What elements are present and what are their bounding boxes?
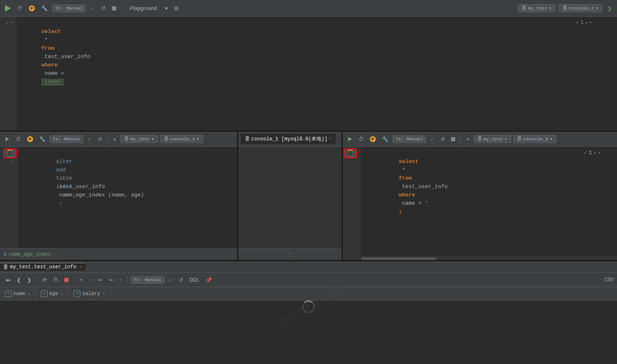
left-clock-button[interactable]: ⏱ <box>14 135 23 143</box>
result-sep-2 <box>74 276 74 284</box>
grid-button[interactable]: ⊞ <box>172 4 181 13</box>
right-clock-button[interactable]: ⏱ <box>357 135 366 143</box>
right-check-button[interactable]: ✓ <box>428 135 436 143</box>
table-tab-close[interactable]: × <box>80 265 82 270</box>
right-console[interactable]: 🗄 console_3 ▾ <box>513 135 556 143</box>
redo-icon: ↪ <box>109 277 113 283</box>
col-name-sort[interactable]: ⇅ <box>28 291 31 296</box>
clock-button[interactable]: ⏱ <box>15 4 24 13</box>
left-check-button[interactable]: ✓ <box>85 135 94 143</box>
right-tx-badge[interactable]: Tx: Manual <box>393 135 426 143</box>
left-spinner-box-1 <box>4 149 16 158</box>
table-tab[interactable]: 🗄 my_test.test_user_info × <box>0 263 86 271</box>
top-action-button[interactable]: ❯ <box>605 4 614 13</box>
pin-button[interactable]: 📌 <box>204 276 214 284</box>
left-p-button[interactable]: P <box>25 135 35 143</box>
chevron-down-icon[interactable]: ▾ <box>163 4 170 13</box>
playground-button[interactable]: Playground <box>126 4 161 13</box>
left-tx-badge[interactable]: Tx: Manual <box>50 135 83 143</box>
reload-button[interactable]: ↺ <box>99 4 107 13</box>
add-kw: add <box>56 167 66 173</box>
right-code-line-1: select * from test_user_info where name … <box>366 149 612 158</box>
right-my-test[interactable]: 🗄 my_test ▾ <box>474 135 511 143</box>
bottom-tx-badge[interactable]: Tx: Manual <box>131 276 164 284</box>
right-wrench-button[interactable]: 🔧 <box>380 135 390 143</box>
right-run-button[interactable] <box>345 135 354 144</box>
bottom-reload-button[interactable]: ↺ <box>177 276 185 284</box>
left-run-button[interactable] <box>3 135 12 144</box>
left-panel-toolbar: ⏱ P 🔧 Tx: Manual ✓ ↺ » 🗄 my_test ▾ <box>0 132 237 147</box>
stop-result-button[interactable] <box>62 277 71 283</box>
console2-connection[interactable]: 🗄 console_2 ▾ <box>559 4 602 12</box>
console1-tab[interactable]: 🗄 console_1 [mysql8.0(本地)] × <box>241 134 336 144</box>
bottom-panel: 🗄 my_test.test_user_info × ⏮ ❮ ❯ ⟳ ⏱ + <box>0 261 617 313</box>
console1-tab-close[interactable]: × <box>329 137 331 141</box>
ddl-button[interactable]: DDL <box>187 276 201 284</box>
left-console-chevron: ▾ <box>196 136 199 142</box>
star-op: * <box>41 37 51 43</box>
col-salary[interactable]: ≡ salary ⇅ <box>69 287 110 300</box>
my-test-connection[interactable]: 🗄 my_test ▾ <box>518 4 556 12</box>
refresh-icon: ⟳ <box>43 277 47 283</box>
clock-result-button[interactable]: ⏱ <box>51 276 60 284</box>
right-scrollbar[interactable] <box>361 257 617 260</box>
minus-icon: − <box>89 277 92 283</box>
submit-button[interactable]: ↑ <box>117 276 124 284</box>
main-editor: ✓ 1 select * from test_user_info where n… <box>0 17 617 132</box>
left-code-line-1: alter table test_user_info 12 s ✓ <box>23 149 232 158</box>
p-button[interactable]: P <box>27 4 37 13</box>
left-line-nums: 2 <box>0 147 18 248</box>
col-age[interactable]: ≡ age ⇅ <box>36 287 69 300</box>
check-button[interactable]: ✓ <box>88 4 97 13</box>
spinner-icon-right <box>347 150 354 157</box>
left-my-test[interactable]: 🗄 my_test ▾ <box>120 135 158 143</box>
stop-icon <box>112 6 116 10</box>
right-scrollbar-thumb[interactable] <box>361 257 436 260</box>
top-right-area: 🗄 my_test ▾ 🗄 console_2 ▾ ❯ <box>518 4 614 13</box>
left-panel: ⏱ P 🔧 Tx: Manual ✓ ↺ » 🗄 my_test ▾ <box>0 132 238 260</box>
right-stop-button[interactable] <box>449 136 457 143</box>
code-line-1: select * from test_user_info where name … <box>22 19 612 28</box>
left-wrench-button[interactable]: 🔧 <box>37 135 48 143</box>
action-icon: ❯ <box>607 5 612 11</box>
tx-manual-badge[interactable]: Tx: Manual <box>52 5 86 12</box>
alter-kw: alter <box>56 158 72 165</box>
right-reload-button[interactable]: ↺ <box>439 135 447 143</box>
chevron-up-icon[interactable]: ▴ <box>585 20 588 25</box>
play-icon <box>5 5 11 12</box>
bottom-check-button[interactable]: ✓ <box>166 276 175 284</box>
middle-content[interactable] <box>238 147 342 248</box>
wrench-button[interactable]: 🔧 <box>39 4 50 13</box>
stop-button[interactable] <box>110 5 118 12</box>
prev-button[interactable]: ❮ <box>15 276 23 284</box>
redo-button[interactable]: ↪ <box>107 276 115 284</box>
clock-result-icon: ⏱ <box>53 277 58 283</box>
editor-content[interactable]: select * from test_user_info where name … <box>17 17 617 130</box>
left-more-button[interactable]: » <box>111 135 118 143</box>
col-name[interactable]: ≡ name ⇅ <box>0 287 36 300</box>
undo-button[interactable]: ↩ <box>96 276 105 284</box>
index-kw: index <box>56 183 72 190</box>
name-eq: name = <box>41 70 67 76</box>
string-value: 'lishi' <box>41 79 64 85</box>
next-button[interactable]: ❯ <box>25 276 33 284</box>
right-chevron-up[interactable]: ▴ <box>594 150 596 155</box>
right-panel-editor[interactable]: select * from test_user_info where name … <box>343 147 617 260</box>
add-row-button[interactable]: + <box>78 276 85 284</box>
check-icon: ✓ <box>90 5 94 11</box>
right-more-button[interactable]: » <box>464 135 472 143</box>
right-p-button[interactable]: P <box>368 135 378 143</box>
spinner-icon-1 <box>6 150 14 157</box>
left-console[interactable]: 🗄 console_1 ▾ <box>160 135 203 143</box>
remove-row-button[interactable]: − <box>87 276 94 284</box>
right-chevron-down[interactable]: ▾ <box>598 150 600 155</box>
col-salary-sort[interactable]: ⇅ <box>103 291 105 296</box>
refresh-button[interactable]: ⟳ <box>41 276 49 284</box>
left-reload-button[interactable]: ↺ <box>96 135 104 143</box>
more-icon[interactable]: ⋮ <box>287 251 293 258</box>
col-age-sort[interactable]: ⇅ <box>61 291 63 296</box>
left-panel-editor[interactable]: 2 alter table test_user_info 12 s ✓ add … <box>0 147 237 248</box>
chevron-down-icon-result[interactable]: ▾ <box>589 20 592 25</box>
fast-back-button[interactable]: ⏮ <box>3 276 13 284</box>
run-button[interactable] <box>3 4 13 13</box>
